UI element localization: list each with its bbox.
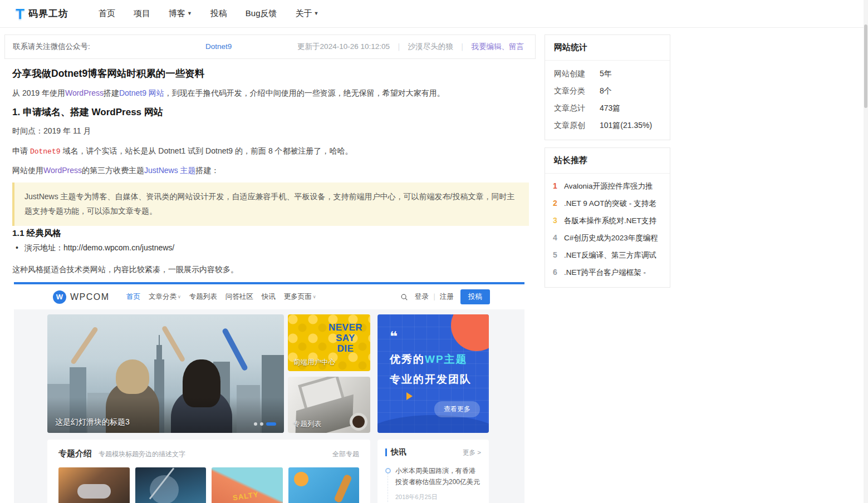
topic-thumb-internet[interactable]: 互联网 [135, 467, 207, 503]
wechat-contact-label: 联系请关注微信公众号: [13, 35, 90, 58]
recommend-item[interactable]: 5 .NET反编译、第三方库调试 [553, 250, 662, 260]
chevron-down-icon: ∨ [313, 294, 316, 299]
nav-item-home[interactable]: 首页 [96, 5, 117, 22]
site-logo[interactable]: T 码界工坊 [16, 7, 68, 21]
wpcom-logo-icon: W [53, 290, 66, 304]
main-nav: 首页 项目 博客▼ 投稿 Bug反馈 关于▼ [96, 5, 321, 22]
wp-theme-promo-banner[interactable]: ❝ 优秀的WP主题 专业的开发团队 查看更多 [377, 314, 489, 433]
top-navbar: T 码界工坊 首页 项目 博客▼ 投稿 Bug反馈 关于▼ [0, 0, 868, 28]
stat-row-total-articles: 文章总计 473篇 [554, 103, 661, 114]
news-title: 快讯 [391, 447, 463, 457]
quote-mark: ❝ [390, 329, 398, 344]
slider-gradient-overlay [47, 397, 284, 433]
site-logo-icon: T [16, 7, 24, 21]
wordpress-link[interactable]: WordPress [43, 166, 82, 175]
news-more-link[interactable]: 更多 > [463, 448, 481, 457]
slider-dot[interactable] [260, 422, 263, 426]
justnews-demo-screenshot: W WPCOM 首页 文章分类∨ 专题列表 问答社区 快讯 更多页面∨ 登录｜注… [14, 282, 524, 503]
chevron-down-icon: ∨ [178, 294, 181, 299]
topic-thumb-user-experience[interactable]: 用户体验 [58, 467, 130, 503]
recommend-item[interactable]: 4 C#创历史成为2023年度编程 [553, 233, 662, 243]
topics-desc: 专题模块标题旁边的描述文字 [99, 450, 332, 459]
demo-search-icon[interactable] [400, 293, 408, 301]
scrollbar-thumb[interactable] [864, 24, 867, 108]
promo-more-button[interactable]: 查看更多 [434, 401, 480, 417]
quick-news-card: 快讯 更多 > 小米本周美国路演，有香港投资者称估值应为200亿美元 2018年… [377, 440, 489, 503]
topic-thumb-company-experience[interactable]: 名企经验 [212, 467, 283, 503]
slider-dot[interactable] [254, 422, 257, 426]
promo-subline: 专业的开发团队 [390, 372, 472, 387]
justnews-theme-link[interactable]: JustNews 主题 [144, 166, 196, 175]
article-title: 分享我做Dotnet9博客网站时积累的一些资料 [12, 67, 204, 80]
slider-dot-active[interactable] [266, 422, 276, 426]
card-caption: 专题列表 [293, 420, 321, 429]
demo-nav-qa[interactable]: 问答社区 [225, 292, 253, 302]
demo-register-link[interactable]: 注册 [440, 293, 454, 300]
wechat-account-link[interactable]: Dotnet9 [205, 35, 232, 58]
card-front-user-center[interactable]: NEVER SAY DIE 前端用户中心 [288, 314, 370, 371]
article-meta-bar: 联系请关注微信公众号: Dotnet9 更新于2024-10-26 10:12:… [4, 34, 536, 59]
person-silhouette [70, 326, 99, 365]
nav-item-submit[interactable]: 投稿 [208, 5, 229, 22]
topics-title: 专题介绍 [58, 448, 92, 459]
stats-body: 网站创建 5年 文章分类 8个 文章总计 473篇 文章原创 101篇(21.3… [545, 61, 670, 140]
news-timeline: 小米本周美国路演，有香港投资者称估值应为200亿美元 2018年6月25日 滴滴… [385, 466, 481, 503]
dotnet9-site-link[interactable]: Dotnet9 网站 [119, 88, 164, 97]
nav-item-projects[interactable]: 项目 [131, 5, 153, 22]
topic-thumb-product-manager[interactable]: 产品经理 [288, 467, 360, 503]
wordpress-link[interactable]: WordPress [65, 88, 104, 97]
wpcom-logo[interactable]: W WPCOM [53, 284, 110, 309]
topics-more-link[interactable]: 全部专题 [332, 450, 359, 459]
demo-nav-categories[interactable]: 文章分类∨ [149, 292, 181, 302]
stat-row-categories: 文章分类 8个 [554, 86, 661, 96]
nav-item-about[interactable]: 关于▼ [293, 5, 321, 22]
recommend-item[interactable]: 1 Avalonia开源控件库强力推 [553, 181, 662, 191]
nav-item-blog[interactable]: 博客▼ [166, 5, 194, 22]
demo-nav-home[interactable]: 首页 [126, 292, 140, 302]
demo-submit-button[interactable]: 投稿 [460, 289, 490, 304]
demo-nav-news[interactable]: 快讯 [262, 292, 276, 302]
slider-caption[interactable]: 这是幻灯滑块的标题3 [55, 417, 130, 427]
stat-row-original-articles: 文章原创 101篇(21.35%) [554, 121, 661, 131]
card-topic-list[interactable]: 专题列表 [288, 377, 370, 433]
demo-url-bullet: 演示地址：http://demo.wpcom.cn/justnews/ [24, 243, 174, 253]
recommend-card: 站长推荐 1 Avalonia开源控件库强力推 2 .NET 9 AOT的突破 … [545, 147, 670, 288]
section-1-1-heading: 1.1 经典风格 [12, 228, 61, 239]
slider-dots [254, 422, 276, 426]
news-item[interactable]: 小米本周美国路演，有香港投资者称估值应为200亿美元 2018年6月25日 [385, 466, 481, 501]
wpcom-logo-text: WPCOM [70, 292, 110, 302]
time-paragraph: 时间点：2019 年 11 月 [12, 125, 528, 137]
updated-timestamp: 更新于2024-10-26 10:12:05 [297, 42, 390, 51]
recommend-item[interactable]: 6 .NET跨平台客户端框架 - [553, 268, 662, 278]
person-silhouette [161, 326, 186, 363]
demo-body: 这是幻灯滑块的标题3 NEVER SAY DIE 前端用户中心 [14, 309, 524, 503]
topics-header: 专题介绍 专题模块标题旁边的描述文字 全部专题 [58, 448, 359, 459]
accent-bar [385, 448, 387, 456]
decor-wave [377, 415, 489, 433]
recommend-item[interactable]: 3 各版本操作系统对.NET支持 [553, 216, 662, 226]
edit-comment-link[interactable]: 我要编辑、留言 [472, 42, 524, 51]
demo-nav-topics[interactable]: 专题列表 [189, 292, 217, 302]
demo-slider[interactable]: 这是幻灯滑块的标题3 [47, 314, 284, 433]
theme-paragraph: 网站使用WordPress的第三方收费主题JustNews 主题搭建： [12, 164, 528, 176]
demo-login-link[interactable]: 登录 [415, 293, 429, 300]
decor-circle [451, 314, 489, 351]
person-silhouette [116, 359, 149, 394]
nav-item-bug-feedback[interactable]: Bug反馈 [243, 5, 279, 22]
page-scrollbar[interactable] [864, 0, 868, 503]
domain-paragraph: 申请 Dotnet9 域名，讲个实话，站长是从 Dotnet1 试到 Dotne… [12, 145, 528, 158]
style-note-paragraph: 这种风格挺适合技术类网站，内容比较紧凑，一眼展示内容较多。 [12, 263, 528, 275]
card-caption: 前端用户中心 [293, 358, 335, 367]
recommend-card-title: 站长推荐 [545, 148, 670, 174]
never-say-die-text: NEVER SAY DIE [328, 322, 362, 354]
separator: ｜ [459, 42, 466, 51]
stats-card-title: 网站统计 [545, 35, 670, 61]
topics-intro-card: 专题介绍 专题模块标题旁边的描述文字 全部专题 用户体验 互联网 名企经验 产品… [47, 440, 370, 503]
recommend-item[interactable]: 2 .NET 9 AOT的突破 - 支持老 [553, 199, 662, 209]
demo-nav-more-pages[interactable]: 更多页面∨ [284, 292, 316, 302]
inline-code-dotnet9: Dotnet9 [30, 147, 61, 156]
recommend-list: 1 Avalonia开源控件库强力推 2 .NET 9 AOT的突破 - 支持老… [545, 174, 670, 287]
coffee-cup-illustration [352, 416, 365, 428]
right-sidebar: 网站统计 网站创建 5年 文章分类 8个 文章总计 473篇 文章原创 101篇… [545, 34, 670, 295]
demo-nav-right: 登录｜注册 投稿 [400, 284, 490, 309]
